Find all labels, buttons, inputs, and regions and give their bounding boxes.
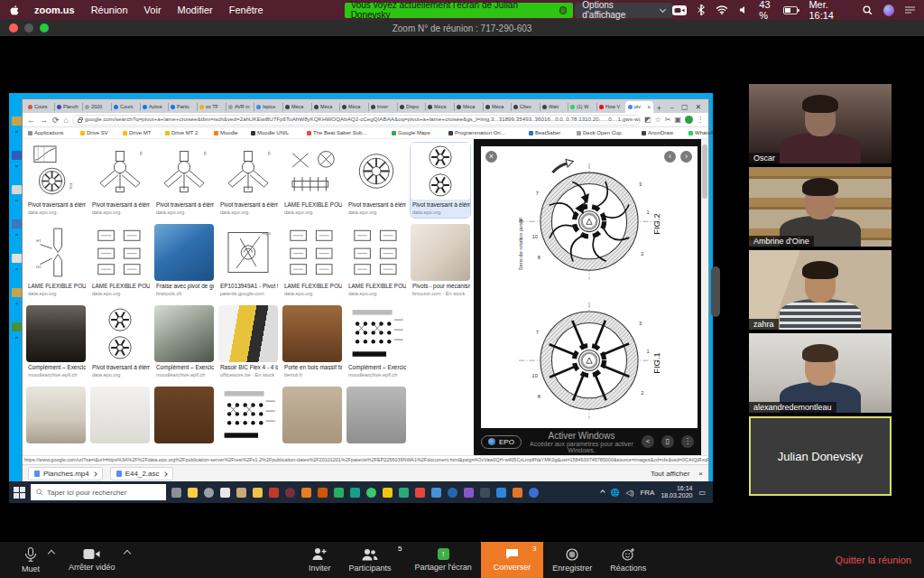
desktop-icon[interactable]	[12, 185, 22, 194]
record-button[interactable]: Enregistrer	[543, 542, 601, 578]
browser-tab[interactable]: Inver	[368, 101, 397, 113]
zoom-camera-menubar-icon[interactable]	[672, 5, 687, 15]
minimize-icon[interactable]: –	[670, 103, 673, 111]
image-thumbnail[interactable]	[154, 387, 214, 443]
image-result-card[interactable]	[346, 387, 406, 455]
stop-video-button[interactable]: Arrêter vidéo	[60, 542, 125, 578]
browser-tab[interactable]: Méca	[282, 101, 311, 113]
image-thumbnail[interactable]: F	[154, 143, 214, 200]
image-result-card[interactable]	[282, 387, 342, 455]
image-result-card[interactable]: LAME FLEXIBLE POUR ...data.epo.org	[282, 143, 342, 218]
scrollbar-thumb[interactable]	[702, 144, 707, 199]
desktop-icon[interactable]	[12, 219, 22, 228]
menubar-menu-item[interactable]: Réunion	[91, 5, 128, 15]
image-result-card[interactable]: FPivot traversant à éléments fl...data.e…	[218, 143, 278, 218]
image-thumbnail[interactable]	[218, 305, 278, 362]
volume-icon[interactable]	[739, 5, 748, 14]
image-thumbnail[interactable]: Fig.1	[218, 224, 278, 281]
share-screen-button[interactable]: ↑ Partager l'écran	[406, 542, 481, 578]
browser-tab[interactable]: Méca	[311, 101, 340, 113]
browser-tab[interactable]: piv×	[625, 101, 654, 113]
preview-image[interactable]: Sens de rotation positif 3128107 FIG.2	[481, 146, 698, 428]
menubar-menu-item[interactable]: Fenêtre	[229, 5, 263, 15]
browser-tab[interactable]: Planch	[54, 101, 83, 113]
desktop-icon[interactable]	[12, 254, 22, 263]
taskbar-app-icon[interactable]	[366, 488, 376, 498]
image-result-card[interactable]: FIG.Pivot traversant à élém...data.epo.o…	[26, 143, 86, 218]
bookmark-item[interactable]: Deck Open Cup	[577, 129, 634, 137]
new-tab-button[interactable]: +	[653, 104, 664, 113]
nav-buttons[interactable]: ← → ⟳ ⌂	[27, 116, 69, 125]
window-controls[interactable]: – ▢ ✕	[664, 103, 707, 113]
image-result-card[interactable]: LAME FLEXIBLE POUR ...data.epo.org	[346, 224, 406, 299]
profile-avatar[interactable]	[685, 116, 693, 124]
image-result-card[interactable]: Fig.1EP1013949A1 - Pivot fl...patents.go…	[218, 224, 278, 299]
taskbar-app-icon[interactable]	[415, 488, 425, 498]
image-result-card[interactable]: Complément – Exercices mobilitémoodlearc…	[154, 305, 214, 380]
bookmark-item[interactable]: Moodle UNIL	[251, 129, 300, 137]
image-thumbnail[interactable]	[346, 305, 406, 362]
browser-tab[interactable]: Cours	[25, 101, 54, 113]
taskbar-app-icon[interactable]	[399, 488, 409, 498]
browser-tab[interactable]: Méca	[483, 101, 512, 113]
image-result-card[interactable]: LAME FLEXIBLE POUR L'...data.epo.org	[90, 224, 150, 299]
taskbar-app-icon[interactable]	[529, 488, 539, 498]
image-thumbnail[interactable]	[154, 305, 214, 362]
browser-tab[interactable]: AVR in	[226, 101, 254, 113]
image-thumbnail[interactable]	[411, 143, 470, 200]
tray-volume-icon[interactable]: ◁)	[626, 489, 634, 497]
image-result-card[interactable]: Fraise avec pivot de guid...brwtools.ch	[154, 224, 214, 299]
share-image-icon[interactable]: <	[642, 435, 654, 448]
taskbar-app-icon[interactable]	[480, 488, 490, 498]
taskbar-app-icon[interactable]	[301, 488, 311, 498]
taskbar-app-icon[interactable]	[220, 488, 230, 498]
image-result-card[interactable]: H1H2LAME FLEXIBLE POUR ...data.epo.org	[26, 224, 86, 299]
browser-tab[interactable]: Méca	[454, 101, 483, 113]
browser-tab[interactable]: Ispice	[254, 101, 282, 113]
bookmark-item[interactable]: Google Maps	[392, 129, 441, 137]
image-result-card[interactable]: FPivot traversant à éléments fl...data.e…	[90, 143, 150, 218]
bookmark-item[interactable]: WhatsApp	[688, 129, 713, 137]
participant-tile[interactable]: Ambrine d'Oine	[749, 167, 892, 247]
apple-logo-icon[interactable]	[9, 5, 20, 16]
maximize-icon[interactable]: ▢	[681, 103, 688, 111]
download-options-chevron-icon[interactable]	[92, 471, 97, 477]
image-result-card[interactable]: Rasoir BIC Flex 4 - 4 lames -...officest…	[218, 305, 278, 380]
reload-icon[interactable]: ⟳	[52, 116, 60, 125]
language-indicator[interactable]: FRA	[640, 489, 654, 497]
download-options-chevron-icon[interactable]	[162, 471, 168, 477]
desktop-icon[interactable]	[12, 117, 22, 126]
bookmark-item[interactable]: Moodle	[214, 129, 244, 137]
desktop-icon[interactable]	[12, 151, 22, 160]
close-icon[interactable]: ✕	[695, 103, 701, 111]
tray-expand-icon[interactable]	[600, 489, 605, 495]
taskbar-app-icon[interactable]	[285, 488, 295, 498]
image-thumbnail[interactable]: F	[218, 143, 278, 200]
image-result-card[interactable]: Pivot traversant à élém...data.epo.org	[90, 305, 150, 380]
taskbar-app-icon[interactable]	[496, 488, 506, 498]
taskbar-app-icon[interactable]	[204, 488, 214, 498]
bookmark-item[interactable]: Drive SV	[80, 129, 116, 137]
preview-close-button[interactable]: ×	[485, 151, 497, 163]
browser-tab[interactable]: How V	[596, 101, 625, 113]
bookmark-item[interactable]: Applications	[28, 129, 73, 137]
image-thumbnail[interactable]	[154, 224, 214, 281]
menubar-clock[interactable]: Mer. 16:14	[808, 0, 852, 21]
start-button[interactable]	[13, 486, 25, 499]
image-result-card[interactable]	[218, 387, 278, 455]
image-result-card[interactable]	[90, 387, 150, 455]
participants-button[interactable]: 5 Participants	[340, 542, 406, 578]
siri-icon[interactable]	[883, 5, 894, 16]
download-item[interactable]: E44_2.asc	[110, 467, 173, 480]
menubar-menu-item[interactable]: Modifier	[178, 5, 213, 15]
image-thumbnail[interactable]	[26, 387, 86, 443]
participant-tile[interactable]: alexandredemontleau	[749, 333, 892, 413]
forward-icon[interactable]: →	[40, 116, 48, 125]
browser-tab[interactable]: Cours	[111, 101, 140, 113]
desktop-icon[interactable]	[12, 322, 22, 331]
image-thumbnail[interactable]	[346, 143, 406, 200]
image-thumbnail[interactable]	[90, 387, 150, 443]
participant-tile[interactable]: Julian Donevsky	[749, 416, 892, 496]
taskbar-app-icon[interactable]	[188, 488, 198, 498]
home-icon[interactable]: ⌂	[64, 116, 69, 125]
